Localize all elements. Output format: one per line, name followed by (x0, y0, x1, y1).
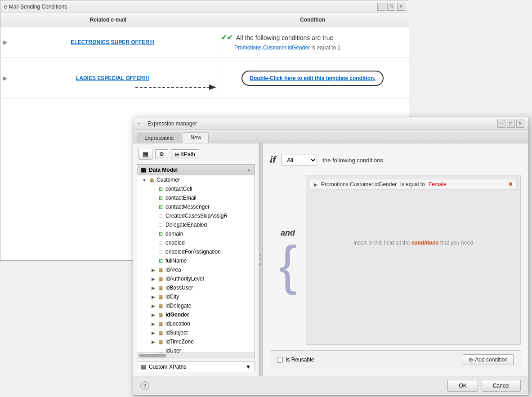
idarea-expander[interactable]: ▶ (150, 266, 157, 273)
horiz-scroll-thumb[interactable] (139, 354, 166, 357)
tree-item-idauthoritylevel[interactable]: ▶ ▦ idAuthorityLevel (137, 274, 255, 283)
tree-scroll[interactable]: ▼ ▦ Customer ⊞ contactCell ⊞ contact (137, 175, 255, 352)
tree-item-idtimezone[interactable]: ▶ ▦ idTimeZone (137, 337, 255, 346)
tree-item-idsubject[interactable]: ▶ ▦ idSubject (137, 328, 255, 337)
minimize-button[interactable]: — (377, 3, 385, 11)
dialog-body: ▦ ⚙ ⊞ XPath ▦ Data Model ▲ (133, 143, 528, 376)
conditions-box[interactable]: insert in this field all the conditions … (306, 175, 521, 345)
tree-container: ▦ Data Model ▲ ▼ ▦ Customer ⊞ con (137, 164, 255, 358)
dialog-bottom: Is Reusable ⊕ Add condition (270, 350, 521, 369)
table-icon-btn[interactable]: ▦ (139, 149, 152, 160)
tree-horiz-scroll[interactable] (137, 352, 255, 358)
add-condition-button[interactable]: ⊕ Add condition (463, 354, 514, 365)
xpath-btn[interactable]: ⊞ XPath (171, 149, 199, 159)
dialog-footer: ? OK Cancel (133, 376, 528, 395)
cond-val: Female (429, 181, 447, 187)
gear-btn[interactable]: ⚙ (155, 149, 168, 159)
dialog-minimize-btn[interactable]: — (497, 120, 505, 128)
idcity-expander[interactable]: ▶ (150, 293, 157, 300)
tree-item-createdcases[interactable]: ☐ CreatedCasesSkipAssigR (137, 211, 255, 220)
tree-item-idcity[interactable]: ▶ ▦ idCity (137, 292, 255, 301)
condition-val: 1 (337, 45, 340, 51)
row-expand-arrow[interactable]: ▶ (0, 27, 9, 58)
tree-item-domain[interactable]: ⊞ domain (137, 229, 255, 238)
tree-item-iduser[interactable]: ☐ idUser (137, 346, 255, 352)
table-header: Related e-mail Condition (0, 13, 409, 27)
dialog-maximize-btn[interactable]: □ (507, 120, 515, 128)
col-email-header: Related e-mail (0, 13, 216, 26)
all-select[interactable]: All (281, 155, 317, 165)
tree-item-customer[interactable]: ▼ ▦ Customer (137, 175, 255, 184)
idsub-expander[interactable]: ▶ (150, 329, 157, 336)
callout-box[interactable]: Double-Click here to edit this template … (241, 71, 383, 86)
table-icon-iloc: ▦ (157, 320, 164, 327)
gear-icon: ⚙ (159, 151, 164, 157)
if-row: if All the following conditions (270, 151, 521, 170)
dialog-win-controls: — □ × (497, 120, 524, 128)
iddel-expander[interactable]: ▶ (150, 302, 157, 309)
dialog-title: Expression manager (148, 120, 197, 127)
tree-item-contactcell[interactable]: ⊞ contactCell (137, 184, 255, 193)
idbu-expander[interactable]: ▶ (150, 284, 157, 291)
idalevel-expander[interactable]: ▶ (150, 275, 157, 282)
no-expander2 (150, 194, 157, 201)
splitter[interactable] (259, 143, 263, 376)
tree-item-idbossuser[interactable]: ▶ ▦ idBossUser (137, 283, 255, 292)
tab-expressions[interactable]: Expressions (137, 133, 181, 143)
tab-new[interactable]: New (183, 132, 209, 143)
tree-item-idarea[interactable]: ▶ ▦ idArea (137, 265, 255, 274)
tree-header: ▦ Data Model ▲ (137, 165, 255, 175)
tree-scroll-up[interactable]: ▲ (246, 167, 251, 172)
idlocation-label: idLocation (165, 321, 190, 327)
check-marks-icon: ✔✔ (221, 33, 232, 42)
ok-button[interactable]: OK (447, 380, 478, 392)
field-icon-e: ☐ (157, 239, 164, 246)
table-icon: ▦ (143, 151, 148, 158)
tree-item-idgender[interactable]: ▶ ▦ idGender (137, 310, 255, 319)
dialog-close-btn[interactable]: × (516, 120, 524, 128)
dialog-help-btn[interactable]: ? (140, 381, 149, 390)
and-brace-container: and { (270, 175, 306, 345)
tree-header-icon: ▦ (141, 166, 146, 173)
tree-item-idlocation[interactable]: ▶ ▦ idLocation (137, 319, 255, 328)
tree-item-contactmessenger[interactable]: ⊞ contactMessenger (137, 202, 255, 211)
customer-expander[interactable]: ▼ (141, 176, 148, 183)
custom-xpaths-item[interactable]: ▦ Custom XPaths ▼ (137, 361, 255, 372)
email-link-1[interactable]: ELECTRONICS SUPER OFFER!!! (71, 39, 155, 45)
field-icon-ce: ⊞ (157, 194, 164, 201)
contactemail-label: contactEmail (165, 195, 197, 201)
custom-xpaths-arrow: ▼ (246, 364, 251, 370)
condition-op-text: is equal to (311, 45, 336, 51)
tree-item-fullname[interactable]: ⊞ fullName (137, 256, 255, 265)
no-expander9 (150, 257, 157, 264)
idloc-expander[interactable]: ▶ (150, 320, 157, 327)
idarea-label: idArea (165, 267, 181, 273)
field-icon-iu: ☐ (157, 347, 164, 352)
left-toolbar: ▦ ⚙ ⊞ XPath (137, 147, 255, 161)
table-icon-isub: ▦ (157, 329, 164, 336)
table-row-2: ▶ LADIES ESPECIAL OFFER!!! Double-Click … (0, 58, 409, 98)
tree-item-enabledforassignation[interactable]: ☐ enabledForAssignation (137, 247, 255, 256)
idbossuser-label: idBossUser (165, 285, 193, 291)
tree-item-enabled[interactable]: ☐ enabled (137, 238, 255, 247)
hint-text1: insert in this field all the (354, 240, 410, 246)
close-button[interactable]: × (397, 3, 405, 11)
conditions-area: and { insert in this field all the condi… (270, 175, 521, 345)
tree-item-iddelegate[interactable]: ▶ ▦ idDelegate (137, 301, 255, 310)
condition-all-true: ✔✔ All the following conditions are true (221, 33, 404, 42)
is-reusable-checkbox[interactable] (277, 357, 283, 363)
cancel-button[interactable]: Cancel (482, 380, 521, 392)
no-expander6 (150, 230, 157, 237)
maximize-button[interactable]: □ (387, 3, 395, 11)
tree-item-delegateenabled[interactable]: ☐ DelegateEnabled (137, 220, 255, 229)
tree-item-contactemail[interactable]: ⊞ contactEmail (137, 193, 255, 202)
is-reusable-container: Is Reusable (277, 357, 314, 363)
no-expander-iu (150, 347, 157, 352)
idtz-expander[interactable]: ▶ (150, 338, 157, 345)
callout-link[interactable]: Double-Click here to edit this template … (250, 75, 375, 81)
field-icon-cm: ⊞ (157, 203, 164, 210)
conditions-hint: insert in this field all the conditions … (354, 240, 473, 246)
row-expand-arrow-2[interactable]: ▶ (0, 58, 9, 98)
cond-remove-btn[interactable]: ✕ (508, 181, 513, 187)
idgender-expander[interactable]: ▶ (150, 311, 157, 318)
